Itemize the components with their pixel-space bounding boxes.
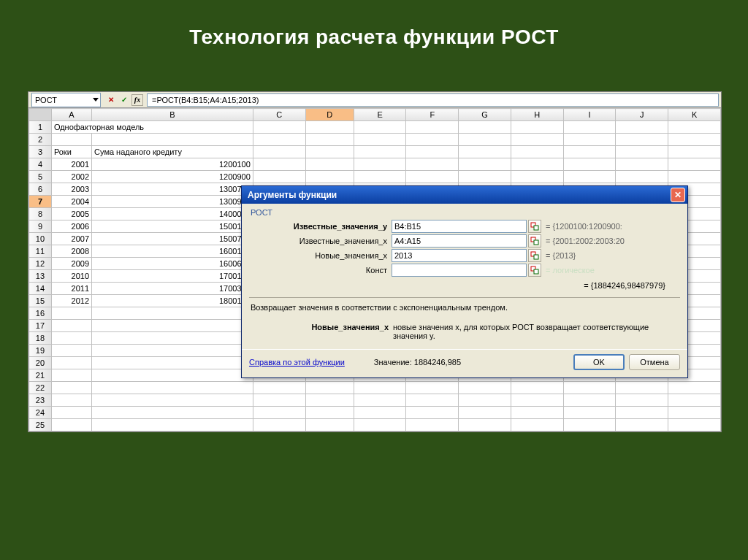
cell-E1[interactable] xyxy=(354,121,406,134)
cell-B4[interactable]: 1200100 xyxy=(92,158,253,171)
row-header-16[interactable]: 16 xyxy=(29,307,52,320)
cell-B11[interactable]: 1600100 xyxy=(92,245,253,258)
cell-D3[interactable] xyxy=(305,146,354,158)
cell-F5[interactable] xyxy=(406,171,459,183)
cell-J22[interactable] xyxy=(616,382,668,394)
cell-B5[interactable]: 1200900 xyxy=(92,171,253,183)
cell-A3[interactable]: Роки xyxy=(51,146,91,158)
row-header-3[interactable]: 3 xyxy=(29,146,52,158)
close-button[interactable]: ✕ xyxy=(671,188,685,202)
fx-button[interactable]: fx xyxy=(131,94,143,106)
cell-D2[interactable] xyxy=(305,134,354,146)
cell-G3[interactable] xyxy=(459,146,511,158)
col-header-D[interactable]: D xyxy=(305,109,354,121)
cell-C22[interactable] xyxy=(253,382,305,394)
cell-B14[interactable]: 1700300 xyxy=(92,283,253,295)
cell-B16[interactable] xyxy=(92,307,253,320)
cell-K5[interactable] xyxy=(668,171,721,183)
cell-D25[interactable] xyxy=(305,419,354,431)
cell-F23[interactable] xyxy=(406,394,459,407)
cell-A16[interactable] xyxy=(51,307,91,320)
cell-A10[interactable]: 2007 xyxy=(51,233,91,245)
cancel-button[interactable]: Отмена xyxy=(629,354,680,370)
cell-D4[interactable] xyxy=(305,158,354,171)
col-header-I[interactable]: I xyxy=(563,109,616,121)
row-header-2[interactable]: 2 xyxy=(29,134,52,146)
cell-B18[interactable] xyxy=(92,332,253,345)
cell-D1[interactable] xyxy=(305,121,354,134)
cell-K1[interactable] xyxy=(668,121,721,134)
cell-B23[interactable] xyxy=(92,394,253,407)
cell-H5[interactable] xyxy=(511,171,563,183)
cell-J23[interactable] xyxy=(616,394,668,407)
cell-K25[interactable] xyxy=(668,419,721,431)
cell-C3[interactable] xyxy=(253,146,305,158)
cell-A23[interactable] xyxy=(51,394,91,407)
cell-E5[interactable] xyxy=(354,171,406,183)
arg-input-1[interactable] xyxy=(392,234,527,248)
arg-input-0[interactable] xyxy=(392,220,527,233)
cell-H25[interactable] xyxy=(511,419,563,431)
dialog-titlebar[interactable]: Аргументы функции ✕ xyxy=(242,186,687,204)
help-link[interactable]: Справка по этой функции xyxy=(249,358,345,367)
cell-G24[interactable] xyxy=(459,407,511,419)
row-header-17[interactable]: 17 xyxy=(29,320,52,332)
cell-C2[interactable] xyxy=(253,134,305,146)
cell-B7[interactable]: 1300900 xyxy=(92,196,253,208)
cell-F24[interactable] xyxy=(406,407,459,419)
cell-F25[interactable] xyxy=(406,419,459,431)
col-header-J[interactable]: J xyxy=(616,109,668,121)
col-header-K[interactable]: K xyxy=(668,109,721,121)
cell-H1[interactable] xyxy=(511,121,563,134)
cell-B8[interactable]: 1400000 xyxy=(92,208,253,220)
row-header-11[interactable]: 11 xyxy=(29,245,52,258)
cell-B24[interactable] xyxy=(92,407,253,419)
range-selector-button[interactable] xyxy=(528,264,541,277)
cell-J5[interactable] xyxy=(616,171,668,183)
select-all-cell[interactable] xyxy=(29,109,52,121)
cell-G4[interactable] xyxy=(459,158,511,171)
cell-I4[interactable] xyxy=(563,158,616,171)
cell-E2[interactable] xyxy=(354,134,406,146)
row-header-10[interactable]: 10 xyxy=(29,233,52,245)
name-box[interactable]: РОСТ xyxy=(31,93,101,107)
range-selector-button[interactable] xyxy=(528,220,541,233)
cell-H22[interactable] xyxy=(511,382,563,394)
cell-E22[interactable] xyxy=(354,382,406,394)
formula-input[interactable]: =РОСТ(B4:B15;A4:A15;2013) xyxy=(147,93,719,107)
cell-I23[interactable] xyxy=(563,394,616,407)
cell-E25[interactable] xyxy=(354,419,406,431)
cell-H2[interactable] xyxy=(511,134,563,146)
cell-A15[interactable]: 2012 xyxy=(51,295,91,307)
cell-E4[interactable] xyxy=(354,158,406,171)
cell-A7[interactable]: 2004 xyxy=(51,196,91,208)
cell-D23[interactable] xyxy=(305,394,354,407)
cell-A17[interactable] xyxy=(51,320,91,332)
cell-A9[interactable]: 2006 xyxy=(51,220,91,233)
cell-J3[interactable] xyxy=(616,146,668,158)
cell-C5[interactable] xyxy=(253,171,305,183)
cell-B6[interactable]: 1300700 xyxy=(92,183,253,196)
row-header-23[interactable]: 23 xyxy=(29,394,52,407)
cell-D22[interactable] xyxy=(305,382,354,394)
cell-A8[interactable]: 2005 xyxy=(51,208,91,220)
cell-B9[interactable]: 1500100 xyxy=(92,220,253,233)
cell-A5[interactable]: 2002 xyxy=(51,171,91,183)
cell-I24[interactable] xyxy=(563,407,616,419)
cell-A25[interactable] xyxy=(51,419,91,431)
row-header-15[interactable]: 15 xyxy=(29,295,52,307)
cell-K2[interactable] xyxy=(668,134,721,146)
cell-A19[interactable] xyxy=(51,345,91,357)
row-header-14[interactable]: 14 xyxy=(29,283,52,295)
cell-G1[interactable] xyxy=(459,121,511,134)
cell-B22[interactable] xyxy=(92,382,253,394)
cell-B12[interactable]: 1600600 xyxy=(92,258,253,270)
cell-G5[interactable] xyxy=(459,171,511,183)
cell-A12[interactable]: 2009 xyxy=(51,258,91,270)
cell-D5[interactable] xyxy=(305,171,354,183)
cell-A4[interactable]: 2001 xyxy=(51,158,91,171)
cell-I3[interactable] xyxy=(563,146,616,158)
cell-C23[interactable] xyxy=(253,394,305,407)
cell-D24[interactable] xyxy=(305,407,354,419)
col-header-H[interactable]: H xyxy=(511,109,563,121)
